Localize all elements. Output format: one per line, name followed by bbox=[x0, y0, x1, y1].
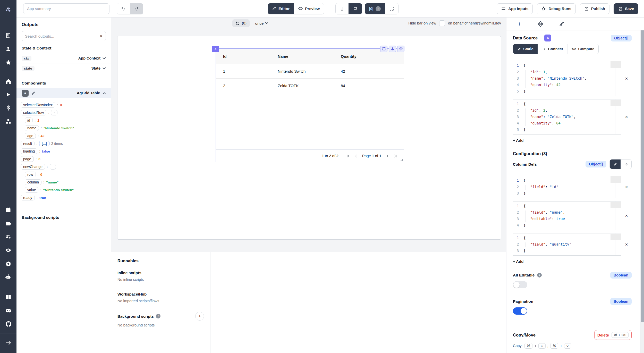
debug-runs-button[interactable]: Debug Runs bbox=[537, 3, 575, 14]
remove-item-icon[interactable]: × bbox=[621, 184, 632, 190]
output-key-chip[interactable]: value bbox=[25, 187, 38, 193]
json-editor[interactable]: 12345{"id": 1,"name": "Nintendo Switch",… bbox=[513, 61, 621, 96]
component-settings-tab[interactable] bbox=[533, 18, 548, 30]
remove-item-icon[interactable]: × bbox=[621, 114, 632, 120]
insert-component-tab[interactable]: + bbox=[512, 18, 527, 30]
undo-button[interactable] bbox=[117, 3, 130, 14]
refresh-button[interactable]: (0) bbox=[232, 19, 250, 27]
app-canvas-card[interactable]: a bbox=[117, 36, 501, 240]
output-key-chip[interactable]: newChange bbox=[21, 164, 45, 170]
output-value-chip[interactable]: - bbox=[51, 110, 57, 115]
static-mode-button[interactable]: Static bbox=[513, 44, 538, 54]
anchor-component-icon[interactable] bbox=[389, 46, 396, 52]
output-key-chip[interactable]: ready bbox=[21, 195, 35, 200]
preview-tab[interactable]: Preview bbox=[294, 3, 324, 14]
table-cell[interactable]: Zelda TOTK bbox=[278, 83, 341, 88]
last-page-icon[interactable] bbox=[393, 154, 397, 158]
resize-handle[interactable] bbox=[401, 159, 403, 161]
fullscreen-button[interactable] bbox=[385, 3, 398, 14]
schedules-calendar-icon[interactable] bbox=[0, 203, 16, 217]
windmill-logo-icon[interactable] bbox=[0, 3, 16, 16]
table-cell[interactable]: Nintendo Switch bbox=[278, 69, 341, 73]
audit-eye-icon[interactable] bbox=[0, 243, 16, 257]
grid-col-header[interactable]: Id bbox=[216, 54, 278, 58]
docs-book-icon[interactable] bbox=[0, 290, 16, 304]
json-editor[interactable]: 12345{"id": 2,"name": "Zelda TOTK","quan… bbox=[513, 99, 621, 135]
table-cell[interactable]: 2 bbox=[216, 83, 278, 88]
github-icon[interactable] bbox=[0, 317, 16, 331]
mobile-view-button[interactable] bbox=[336, 3, 348, 14]
styling-tab[interactable] bbox=[554, 18, 569, 30]
hide-bar-checkbox[interactable] bbox=[439, 20, 445, 26]
clear-search-icon[interactable]: × bbox=[100, 34, 103, 38]
editor-tab[interactable]: Editor bbox=[268, 3, 294, 14]
schedule-mode-dropdown[interactable]: once bbox=[255, 21, 268, 26]
save-button[interactable]: Save bbox=[614, 3, 638, 14]
connect-mode-button[interactable]: Connect bbox=[538, 44, 567, 54]
pagination-toggle[interactable] bbox=[513, 307, 527, 315]
folders-icon[interactable] bbox=[0, 217, 16, 230]
runs-play-icon[interactable] bbox=[0, 88, 16, 101]
user-icon[interactable] bbox=[0, 42, 16, 56]
compute-mode-button[interactable]: </> Compute bbox=[567, 44, 599, 54]
output-key-chip[interactable]: age bbox=[25, 133, 36, 139]
remove-item-icon[interactable]: × bbox=[621, 213, 632, 218]
table-cell[interactable]: 84 bbox=[341, 83, 404, 88]
expand-component-icon[interactable] bbox=[380, 46, 387, 52]
app-inputs-button[interactable]: App inputs bbox=[497, 3, 533, 14]
json-editor[interactable]: 123{"field": "id"} bbox=[513, 176, 621, 198]
favorites-star-icon[interactable] bbox=[0, 56, 16, 69]
remove-item-icon[interactable]: × bbox=[621, 242, 632, 247]
zoom-reset-button[interactable]: |0| i bbox=[365, 3, 385, 14]
edit-pencil-icon[interactable] bbox=[31, 91, 36, 95]
output-key-chip[interactable]: result bbox=[21, 141, 35, 146]
desktop-view-button[interactable] bbox=[348, 3, 362, 14]
discord-icon[interactable] bbox=[0, 304, 16, 317]
output-key-chip[interactable]: loading bbox=[21, 148, 37, 154]
add-background-script-button[interactable]: + bbox=[195, 312, 204, 321]
output-value-chip[interactable]: [...] bbox=[39, 141, 49, 146]
grid-col-header[interactable]: Quantity bbox=[341, 54, 404, 58]
delete-component-button[interactable]: Delete ⌘ + ⌫ bbox=[594, 330, 632, 340]
output-key-chip[interactable]: id bbox=[25, 117, 33, 123]
table-row[interactable]: 1Nintendo Switch42 bbox=[216, 64, 404, 79]
redo-button[interactable] bbox=[130, 3, 143, 14]
table-cell[interactable]: 42 bbox=[341, 69, 404, 73]
component-outputs-header[interactable]: a AgGrid Table bbox=[16, 88, 111, 98]
json-editor[interactable]: 123{"field": "quantity"} bbox=[513, 233, 621, 256]
grid-col-header[interactable]: Name bbox=[278, 54, 341, 58]
next-page-icon[interactable] bbox=[385, 154, 389, 158]
output-key-chip[interactable]: name bbox=[25, 125, 39, 131]
output-key-chip[interactable]: row bbox=[25, 172, 36, 177]
edit-mode-button[interactable] bbox=[610, 159, 621, 169]
groups-users-gear-icon[interactable] bbox=[0, 230, 16, 243]
add-column-def-button[interactable]: + Add bbox=[513, 259, 632, 264]
expand-sidebar-arrow-icon[interactable] bbox=[0, 336, 16, 349]
output-key-chip[interactable]: selectedRowIndex bbox=[21, 102, 55, 108]
remove-item-icon[interactable]: × bbox=[621, 76, 632, 81]
workspace-icon[interactable] bbox=[0, 29, 16, 42]
first-page-icon[interactable] bbox=[346, 154, 350, 158]
state-row[interactable]: state State bbox=[16, 63, 111, 73]
scrollbar-thumb[interactable] bbox=[641, 30, 644, 322]
chevron-up-icon[interactable] bbox=[103, 92, 106, 94]
add-data-source-item-button[interactable]: + Add bbox=[513, 138, 632, 142]
previous-page-icon[interactable] bbox=[354, 154, 358, 158]
output-key-chip[interactable]: page bbox=[21, 156, 34, 162]
json-editor[interactable]: 1234{"field": "name","editable": true} bbox=[513, 201, 621, 230]
search-outputs-input[interactable] bbox=[25, 34, 100, 38]
app-summary-input[interactable] bbox=[23, 3, 109, 14]
aggrid-table-component[interactable]: a bbox=[216, 49, 404, 162]
ai-robot-icon[interactable] bbox=[0, 270, 16, 284]
resources-cubes-icon[interactable] bbox=[0, 115, 16, 128]
output-key-chip[interactable]: column bbox=[25, 179, 41, 185]
home-icon[interactable] bbox=[0, 74, 16, 88]
output-value-chip[interactable]: - bbox=[50, 164, 56, 170]
settings-gear-icon[interactable] bbox=[0, 257, 16, 270]
connect-mode-button[interactable] bbox=[621, 159, 631, 169]
ctx-row[interactable]: ctx App Context bbox=[16, 53, 111, 63]
move-component-icon[interactable] bbox=[397, 46, 404, 52]
component-tag-badge[interactable]: a bbox=[212, 46, 219, 52]
table-row[interactable]: 2Zelda TOTK84 bbox=[216, 79, 404, 93]
variables-dollar-icon[interactable] bbox=[0, 101, 16, 115]
